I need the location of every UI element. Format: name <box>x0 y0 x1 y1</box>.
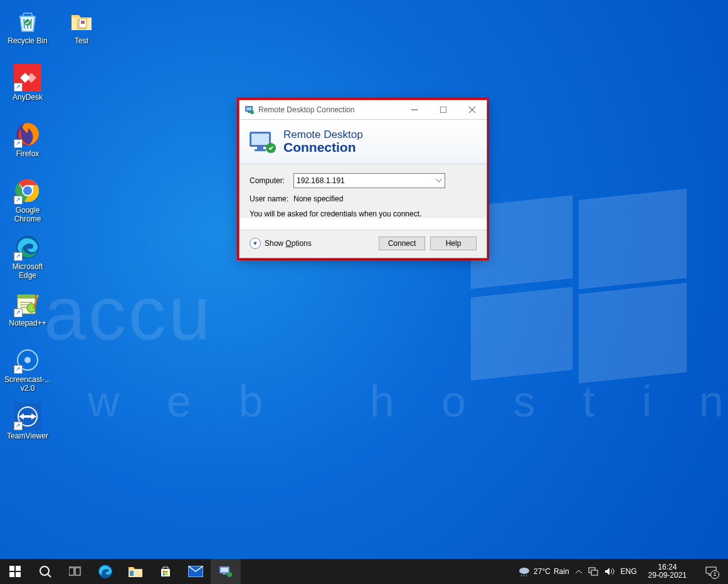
tray-language[interactable]: ENG <box>621 567 637 576</box>
task-view-button[interactable] <box>60 559 90 584</box>
volume-icon <box>604 567 615 576</box>
search-icon <box>39 565 51 578</box>
svg-rect-22 <box>441 107 446 113</box>
banner-line-2: Connection <box>283 141 363 154</box>
window-banner: Remote Desktop Connection <box>240 120 487 164</box>
rdc-titlebar-icon <box>245 105 255 115</box>
svg-rect-39 <box>166 571 167 573</box>
weather-temp: 27°C <box>534 567 551 576</box>
window-body: Computer: 192.168.1.191 User name: None … <box>240 164 487 218</box>
svg-rect-30 <box>9 572 14 577</box>
svg-rect-31 <box>16 572 21 577</box>
windows-logo-icon <box>9 566 21 577</box>
desktop[interactable]: accu w e b h o s t i n g Recycle Bin ↗ A… <box>0 0 728 584</box>
desktop-icon-test-folder[interactable]: Test <box>58 8 105 55</box>
remote-desktop-window: Remote Desktop Connection Remote Desktop… <box>239 100 487 258</box>
shortcut-arrow-icon: ↗ <box>14 252 23 261</box>
taskbar-app-edge[interactable] <box>90 559 120 584</box>
rdc-banner-icon <box>248 129 277 154</box>
computer-value: 192.168.1.191 <box>297 176 345 185</box>
desktop-icon-anydesk[interactable]: ↗ AnyDesk <box>4 64 51 112</box>
tray-network-icon[interactable] <box>588 567 598 576</box>
desktop-icon-label: Recycle Bin <box>8 36 47 45</box>
connect-button[interactable]: Connect <box>379 236 425 250</box>
desktop-icon-label: Test <box>75 36 88 45</box>
banner-line-1: Remote Desktop <box>283 129 363 141</box>
desktop-icon-notepadpp[interactable]: ↗ Notepad++ <box>4 290 51 337</box>
taskbar: 27°C Rain ENG 16:24 29-09-2021 1 <box>0 559 728 584</box>
close-button[interactable] <box>458 100 487 119</box>
svg-point-47 <box>227 572 232 577</box>
shortcut-arrow-icon: ↗ <box>14 365 23 374</box>
svg-rect-17 <box>81 21 85 24</box>
tray-overflow-button[interactable] <box>576 569 582 574</box>
start-button[interactable] <box>0 559 30 584</box>
username-value: None specified <box>293 194 343 203</box>
help-button[interactable]: Help <box>430 236 477 250</box>
show-options-toggle[interactable]: ▼ Show Options <box>250 238 374 249</box>
tray-clock[interactable]: 16:24 29-09-2021 <box>643 563 692 580</box>
window-titlebar[interactable]: Remote Desktop Connection <box>240 100 487 120</box>
username-label: User name: <box>250 194 293 203</box>
desktop-icon-screencast[interactable]: ↗ Screencast-... v2.0 <box>4 346 51 394</box>
svg-point-21 <box>250 110 254 114</box>
file-explorer-icon <box>129 566 142 577</box>
desktop-icon-firefox[interactable]: ↗ Firefox <box>4 120 51 168</box>
svg-rect-40 <box>163 573 165 575</box>
computer-combobox[interactable]: 192.168.1.191 <box>293 173 445 188</box>
notification-icon: 1 <box>705 566 717 576</box>
svg-rect-41 <box>166 573 167 575</box>
folder-icon <box>69 9 94 34</box>
chevron-down-circle-icon: ▼ <box>250 238 261 249</box>
edge-icon <box>98 564 113 579</box>
action-center-button[interactable]: 1 <box>698 559 724 584</box>
rdc-taskbar-icon <box>219 565 233 578</box>
desktop-icon-label: Google Chrome <box>4 206 51 223</box>
desktop-icon-label: AnyDesk <box>13 93 43 102</box>
weather-icon <box>518 566 530 577</box>
svg-rect-45 <box>221 568 228 572</box>
tray-volume-icon[interactable] <box>604 567 615 576</box>
desktop-icon-label: Screencast-... v2.0 <box>4 375 51 393</box>
taskbar-app-store[interactable] <box>150 559 181 584</box>
taskbar-app-mail[interactable] <box>181 559 211 584</box>
shortcut-arrow-icon: ↗ <box>14 139 23 148</box>
svg-rect-38 <box>163 571 165 573</box>
svg-rect-24 <box>251 134 269 145</box>
weather-widget[interactable]: 27°C Rain <box>518 566 569 577</box>
shortcut-arrow-icon: ↗ <box>14 196 23 204</box>
wallpaper-windows-logo <box>471 201 690 389</box>
credentials-hint: You will be asked for credentials when y… <box>250 210 477 218</box>
computer-label: Computer: <box>250 176 293 185</box>
watermark-accu: accu <box>44 270 213 356</box>
notification-count: 1 <box>710 570 719 579</box>
desktop-icon-label: Microsoft Edge <box>4 262 51 280</box>
window-title: Remote Desktop Connection <box>258 105 400 114</box>
taskbar-app-explorer[interactable] <box>120 559 150 584</box>
svg-point-32 <box>40 566 49 575</box>
taskbar-app-rdc[interactable] <box>211 559 241 584</box>
desktop-icon-teamviewer[interactable]: ↗ TeamViewer <box>4 403 51 450</box>
desktop-icon-label: Firefox <box>16 149 40 158</box>
svg-rect-26 <box>255 149 266 151</box>
svg-rect-25 <box>257 147 263 149</box>
language-indicator: ENG <box>621 567 637 576</box>
search-button[interactable] <box>30 559 60 584</box>
minimize-button[interactable] <box>400 100 429 119</box>
svg-rect-46 <box>223 573 226 575</box>
chevron-down-icon <box>436 179 442 183</box>
svg-rect-20 <box>248 112 250 113</box>
network-icon <box>588 567 598 576</box>
desktop-icon-chrome[interactable]: ↗ Google Chrome <box>4 177 51 225</box>
shortcut-arrow-icon: ↗ <box>14 309 23 317</box>
desktop-icon-recycle-bin[interactable]: Recycle Bin <box>4 8 51 55</box>
clock-date: 29-09-2021 <box>648 571 687 580</box>
highlight-outline: Remote Desktop Connection Remote Desktop… <box>237 98 489 260</box>
mail-icon <box>188 566 203 577</box>
maximize-button[interactable] <box>429 100 458 119</box>
desktop-icon-edge[interactable]: ↗ Microsoft Edge <box>4 233 51 281</box>
task-view-icon <box>69 566 82 576</box>
svg-point-48 <box>519 568 529 574</box>
desktop-icon-label: TeamViewer <box>7 432 48 440</box>
desktop-icons-column-2: Test <box>58 8 105 64</box>
